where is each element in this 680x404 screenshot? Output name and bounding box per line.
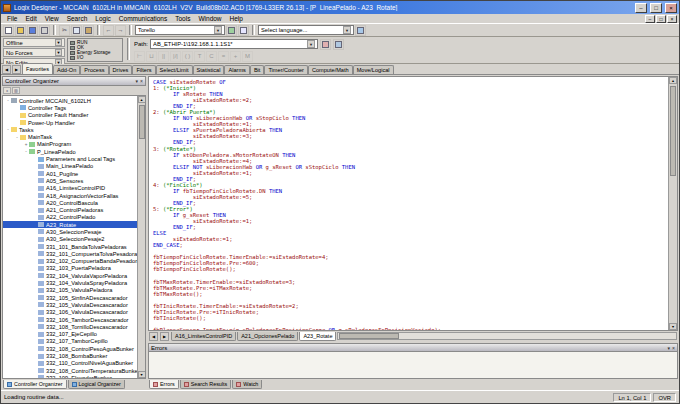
tree-item[interactable]: 332_108_TornilloDescascarador [3,323,137,330]
tree-item[interactable]: Controller Fault Handler [3,112,137,119]
tree-item[interactable]: A23_Rotate [3,221,137,228]
scroll-up-icon[interactable]: ▲ [669,77,677,84]
language-combo[interactable]: Select language... ▼ [258,25,354,35]
cut-icon[interactable]: ✂ [59,25,70,36]
scroll-up-icon[interactable]: ▲ [138,96,146,103]
undo-icon[interactable]: ← [103,25,114,36]
chevron-down-icon[interactable]: ▼ [55,49,62,56]
scrollbar-thumb[interactable] [139,105,145,139]
tree-item[interactable]: - Controller MCCAIN_6102LH [3,97,137,104]
menu-item[interactable]: Tools [171,15,194,22]
redo-icon[interactable]: → [115,25,126,36]
print-icon[interactable] [39,25,50,36]
tree-item[interactable]: 332_108_BombaBunker [3,352,137,359]
tree-item[interactable]: - P_LineaPelado [3,148,137,155]
tree-item[interactable]: 332_107_EjeCepillo [3,331,137,338]
controller-mode-dropdown[interactable]: Offline ▼ [3,38,65,47]
ote-icon[interactable]: ( ) [182,51,193,62]
routine-tab[interactable]: A21_OpcionesPelado [237,332,298,341]
menu-item[interactable]: View [41,15,63,22]
tree-item[interactable]: - Tasks [3,126,137,133]
close-icon[interactable]: × [672,345,675,351]
errors-list[interactable] [148,352,678,379]
palette-tab[interactable]: Timer/Counter [264,65,308,74]
st-code-area[interactable]: CASE siEstadoRotate OF1: (*Inicio*) IF s… [149,77,668,330]
close-icon[interactable]: × [665,3,677,13]
tree-item[interactable]: 332_104_ValvulaVaporPeladora [3,272,137,279]
errors-dock-tab[interactable]: Watch [232,380,262,389]
scroll-down-icon[interactable]: ▼ [669,323,677,330]
tree-item[interactable]: Controller Tags [3,104,137,111]
palette-tab[interactable]: Move/Logical [353,65,394,74]
menu-item[interactable]: File [3,15,21,22]
routine-tab[interactable]: A23_Rotate [299,332,336,341]
tree-item[interactable]: 332_105_ValvulaPeladora [3,287,137,294]
compare-icon[interactable]: = [218,51,229,62]
tree-item[interactable]: A18_AsignacionVectorFallas [3,192,137,199]
paste-icon[interactable] [83,25,94,36]
tab-scroll-right-icon[interactable]: ▶ [160,332,169,341]
organizer-dock-tab[interactable]: Controller Organizer [3,380,67,389]
routine-tab[interactable]: A16_LimitesControlPID [171,332,236,341]
counter-icon[interactable]: C [206,51,217,62]
tree-item[interactable]: A30_SeleccionPesaje [3,228,137,235]
timer-icon[interactable]: T [194,51,205,62]
tree-item[interactable]: 332_106_ValvulaDescascarador [3,309,137,316]
tree-item[interactable]: A05_Sensores [3,177,137,184]
scroll-down-icon[interactable]: ▼ [138,371,146,378]
new-icon[interactable] [3,25,14,36]
mdi-close-icon[interactable]: × [667,15,677,23]
tree-item[interactable]: 332_106_TamborDescascarador [3,316,137,323]
organizer-dock-tab[interactable]: Logical Organizer [68,380,125,389]
expand-tree-icon[interactable]: ± [3,87,11,94]
compute-icon[interactable]: + [230,51,241,62]
mdi-minimize-icon[interactable]: – [645,15,655,23]
menu-item[interactable]: Logic [91,15,115,22]
chevron-down-icon[interactable]: ▼ [343,26,351,34]
rung-icon[interactable]: ⊢ [134,51,145,62]
errors-dock-tab[interactable]: Errors [149,380,179,389]
palette-scroll-left-icon[interactable]: ◀ [2,65,11,74]
palette-tab[interactable]: Filters [132,65,155,74]
filter-icon[interactable]: ▥ [12,87,20,94]
tree-item[interactable]: 332_109_ElevadorBunker [3,374,137,378]
find-icon[interactable] [238,25,249,36]
close-icon[interactable]: × [140,78,143,84]
tree-item[interactable]: 332_105_ValvulaDescascarador [3,301,137,308]
editor-horizontal-scrollbar[interactable] [337,332,677,340]
verify-icon[interactable] [226,25,237,36]
tree-item[interactable]: 332_110_ControlNivelAguaBunker [3,360,137,367]
branch-icon[interactable]: ⊔ [146,51,157,62]
save-icon[interactable] [27,25,38,36]
palette-tab[interactable]: Select/Limit [156,65,193,74]
scrollbar-thumb[interactable] [670,86,676,176]
tab-scroll-left-icon[interactable]: ◀ [149,332,158,341]
palette-tab[interactable]: Process [80,65,108,74]
palette-tab[interactable]: Add-On [53,65,80,74]
tree-item[interactable]: Main_LineaPelado [3,163,137,170]
palette-tab[interactable]: Drives [109,65,133,74]
tree-item[interactable]: 332_102_CompuertaBandaPesadora [3,258,137,265]
tree-item[interactable]: 331_101_BandaTolvaPeladoras [3,243,137,250]
tree-item[interactable]: 332_107_TamborCepillo [3,338,137,345]
menu-item[interactable]: Search [63,15,92,22]
tree-item[interactable]: A30_SeleccionPesaje2 [3,236,137,243]
editor-vertical-scrollbar[interactable]: ▲ ▼ [668,77,677,330]
move-icon[interactable]: M [242,51,253,62]
palette-tab[interactable]: Alarms [224,65,249,74]
maximize-icon[interactable]: □ [650,3,662,13]
tree-item[interactable]: + MainProgram [3,141,137,148]
xic-icon[interactable]: || [158,51,169,62]
scrollbar-thumb[interactable] [339,333,399,339]
chevron-down-icon[interactable]: ▼ [307,40,315,48]
mdi-restore-icon[interactable]: □ [656,15,666,23]
tree-item[interactable]: 332_105_SinfinADescascarador [3,294,137,301]
tree-item[interactable]: A21_ControlPeladoras [3,206,137,213]
chevron-down-icon[interactable]: ▼ [55,39,62,46]
organizer-vertical-scrollbar[interactable]: ▲ ▼ [137,96,145,378]
forces-dropdown[interactable]: No Forces ▼ [3,48,65,57]
menu-item[interactable]: Help [226,15,247,22]
pin-icon[interactable]: ▾ [668,345,671,351]
tree-item[interactable]: 332_103_PuertaPeladora [3,265,137,272]
copy-icon[interactable] [71,25,82,36]
